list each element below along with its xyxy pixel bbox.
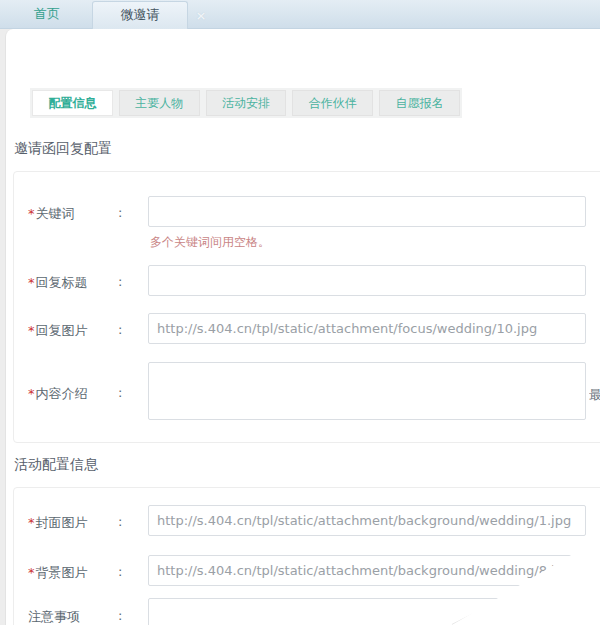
notes-label: 注意事项	[28, 608, 116, 625]
tab-activity-schedule[interactable]: 活动安排	[206, 90, 287, 116]
required-mark: *	[28, 275, 35, 290]
colon: :	[118, 608, 122, 623]
clipped-text: 最	[589, 386, 600, 404]
tab-voluntary-signup[interactable]: 自愿报名	[379, 90, 460, 116]
reply-image-url-input[interactable]	[148, 313, 586, 344]
colon: :	[118, 564, 122, 579]
close-icon[interactable]: ×	[193, 8, 209, 24]
section-title-reply-config: 邀请函回复配置	[14, 140, 112, 158]
tab-config-info[interactable]: 配置信息	[32, 90, 113, 116]
keyword-input[interactable]	[148, 196, 586, 227]
reply-image-label: *回复图片	[28, 322, 116, 340]
background-image-url-input[interactable]	[148, 555, 586, 586]
reply-title-label: *回复标题	[28, 274, 116, 292]
required-mark: *	[28, 386, 35, 401]
colon: :	[118, 274, 122, 289]
keyword-label: *关键词	[28, 205, 116, 223]
required-mark: *	[28, 206, 35, 221]
colon: :	[118, 322, 122, 337]
keyword-hint: 多个关键词间用空格。	[150, 234, 270, 251]
cover-image-url-input[interactable]	[148, 505, 586, 536]
tab-partners[interactable]: 合作伙伴	[292, 90, 373, 116]
content-intro-textarea[interactable]	[148, 362, 586, 420]
background-image-label: *背景图片	[28, 564, 116, 582]
required-mark: *	[28, 515, 35, 530]
section-tab-bar: 配置信息 主要人物 活动安排 合作伙伴 自愿报名	[30, 88, 462, 118]
window-tab-weiyaoqing[interactable]: 微邀请 ×	[92, 1, 188, 29]
colon: :	[118, 385, 122, 400]
window-tab-home[interactable]: 首页	[6, 0, 88, 28]
required-mark: *	[28, 323, 35, 338]
window-tab-bar: 首页 微邀请 ×	[0, 0, 600, 29]
content-intro-label: *内容介绍	[28, 385, 116, 403]
reply-title-input[interactable]	[148, 265, 586, 296]
required-mark: *	[28, 565, 35, 580]
section-title-activity-config: 活动配置信息	[14, 456, 98, 474]
tab-main-people[interactable]: 主要人物	[119, 90, 200, 116]
window-tab-label: 微邀请	[121, 7, 160, 22]
cover-image-label: *封面图片	[28, 514, 116, 532]
colon: :	[118, 205, 122, 220]
colon: :	[118, 514, 122, 529]
